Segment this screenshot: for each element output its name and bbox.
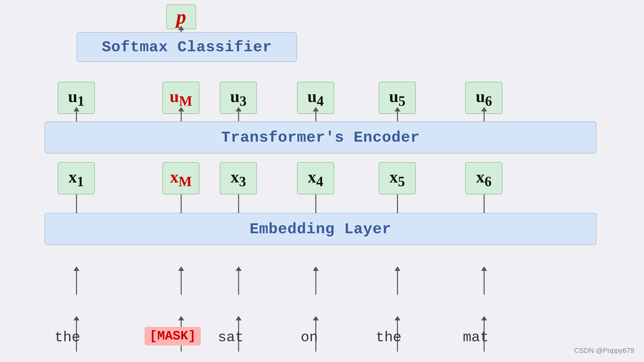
word-mask: [MASK] [144, 327, 201, 345]
x6-label: x6 [476, 167, 492, 189]
diagram-container: p Softmax Classifier u1 uM u3 u4 u5 u6 T… [0, 0, 644, 362]
arrow-word6-x6 [484, 270, 484, 295]
u3-label: u3 [230, 87, 246, 109]
arrow-wordm-xm [181, 270, 182, 295]
word-on: on [301, 329, 318, 345]
x1-label: x1 [68, 167, 84, 189]
u1-label: u1 [68, 87, 84, 109]
word-mat: mat [463, 329, 488, 345]
x3-node: x3 [220, 162, 257, 194]
x4-label: x4 [308, 167, 323, 189]
watermark: CSDN @Poppy679 [574, 347, 634, 354]
x5-label: x5 [390, 167, 405, 189]
word-sat: sat [218, 329, 244, 345]
word-the1: the [54, 329, 80, 345]
x6-node: x6 [465, 162, 502, 194]
encoder-label: Transformer's Encoder [221, 129, 420, 146]
arrow-word5-x5 [397, 270, 398, 295]
embedding-label: Embedding Layer [250, 220, 391, 238]
xm-node: xM [162, 162, 200, 194]
embedding-layer: Embedding Layer [44, 213, 596, 245]
u6-label: u6 [476, 87, 492, 109]
x4-node: x4 [297, 162, 334, 194]
word-the2: the [376, 329, 402, 345]
arrow-word1-x1 [76, 270, 77, 295]
arrow-word4-x4 [315, 270, 316, 295]
x3-label: x3 [231, 167, 246, 189]
u4-label: u4 [308, 87, 324, 109]
x1-node: x1 [58, 162, 95, 194]
x5-node: x5 [379, 162, 416, 194]
p-output-box: p [166, 5, 196, 29]
xm-label: xM [170, 167, 192, 189]
encoder-layer: Transformer's Encoder [44, 121, 596, 154]
u5-label: u5 [389, 87, 406, 109]
um-label: uM [170, 87, 192, 109]
softmax-layer: Softmax Classifier [77, 32, 297, 62]
softmax-label: Softmax Classifier [102, 38, 272, 56]
arrow-word3-x3 [238, 270, 239, 295]
p-label: p [176, 6, 186, 28]
